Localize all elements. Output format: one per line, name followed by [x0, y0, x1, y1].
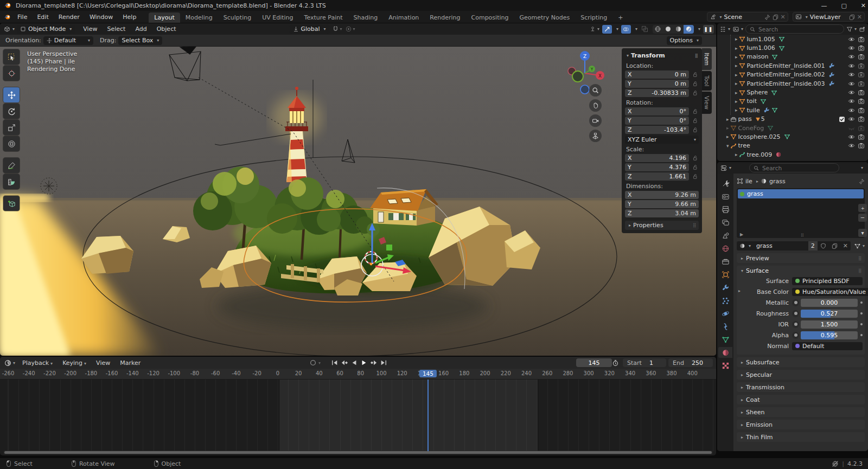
transform-orientation-dropdown[interactable]: Global▾: [290, 25, 329, 34]
render-camera-icon[interactable]: [858, 44, 865, 52]
panel-subsurface[interactable]: ▸Subsurface: [737, 357, 865, 367]
render-camera-icon[interactable]: [858, 142, 865, 149]
panel-specular[interactable]: ▸Specular: [737, 370, 865, 380]
timeline-ruler[interactable]: -260-240-220-200-180-160-140-120-100-80-…: [0, 369, 716, 380]
input-socket[interactable]: [792, 299, 799, 306]
value-field[interactable]: Y9.66 m: [625, 200, 699, 208]
object-name[interactable]: maison: [747, 53, 769, 60]
outliner-row-pass[interactable]: ▸pass5: [717, 115, 868, 124]
current-frame-field[interactable]: 145: [576, 358, 612, 367]
lock-icon[interactable]: [691, 127, 699, 133]
render-camera-icon[interactable]: [858, 89, 865, 96]
frame-start-field[interactable]: Start1: [623, 358, 666, 367]
workspace-tab-sculpting[interactable]: Sculpting: [218, 12, 257, 23]
value-slider[interactable]: 1.500: [801, 320, 858, 329]
lock-icon[interactable]: [691, 155, 699, 161]
object-name[interactable]: leaves: [747, 160, 767, 161]
properties-tab-world[interactable]: [718, 243, 732, 254]
timeline-editor-icon[interactable]: ▾: [4, 359, 15, 367]
object-name[interactable]: ConeFog: [738, 125, 764, 132]
expand-icon[interactable]: ▸: [733, 81, 738, 86]
properties-tab-material[interactable]: [718, 347, 732, 358]
options-dropdown[interactable]: Options▾: [667, 36, 702, 45]
render-camera-icon[interactable]: [858, 53, 865, 60]
object-name[interactable]: ParticleEmitter_Inside.001: [747, 62, 825, 69]
outliner-row-tree-009[interactable]: ▸tree.009: [717, 150, 868, 159]
visibility-eye-icon[interactable]: [848, 80, 855, 87]
workspace-tab-shading[interactable]: Shading: [348, 12, 384, 23]
outliner-row-toit[interactable]: ▸toit: [717, 97, 868, 106]
material-browse-button[interactable]: ▾: [737, 241, 754, 250]
lock-icon[interactable]: [691, 90, 699, 96]
panel-coat[interactable]: ▸Coat: [737, 395, 865, 404]
outliner-display-mode-icon[interactable]: ▾: [719, 26, 730, 33]
properties-subpanel[interactable]: ▸Properties⣿: [625, 221, 699, 230]
gizmo-plane-handle-y[interactable]: [386, 245, 392, 250]
frame-end-field[interactable]: End250: [668, 358, 713, 367]
viewport-menu-add[interactable]: Add: [130, 24, 151, 34]
outliner-row-lum1-006[interactable]: ▸lum1.006: [717, 43, 868, 52]
properties-editor-icon[interactable]: ▾: [720, 165, 731, 171]
properties-tab-view-layer[interactable]: [718, 217, 732, 228]
value-field[interactable]: Y0 m: [625, 80, 689, 88]
outliner-row-sphere[interactable]: ▸Sphere: [717, 88, 868, 97]
slot-list-grip[interactable]: ⠿: [801, 233, 805, 238]
value-field[interactable]: Z-103.4°: [625, 126, 689, 134]
visibility-eye-icon[interactable]: [848, 133, 855, 140]
panel-preview[interactable]: ▸Preview ⣿: [737, 253, 865, 263]
properties-tab-scene[interactable]: [718, 230, 732, 241]
remove-slot-button[interactable]: −: [858, 214, 867, 222]
n-panel-tab-item[interactable]: Item: [702, 48, 712, 70]
node-value-field[interactable]: Hue/Saturation/Value: [792, 288, 868, 296]
animate-dot[interactable]: [860, 334, 863, 336]
panel-emission[interactable]: ▸Emission: [737, 420, 865, 429]
play-forward-button[interactable]: [359, 358, 368, 367]
input-socket[interactable]: [792, 310, 799, 317]
n-panel-tab-view[interactable]: View: [702, 92, 712, 114]
expand-icon[interactable]: ▸: [733, 152, 738, 157]
workspace-tab-uv-editing[interactable]: UV Editing: [257, 12, 298, 23]
mode-dropdown[interactable]: Object Mode▾: [17, 25, 75, 34]
outliner-row-icosphere-025[interactable]: ▸Icosphere.025: [717, 132, 868, 141]
play-reverse-button[interactable]: [349, 358, 359, 367]
expand-icon[interactable]: ▸: [725, 125, 729, 131]
properties-tab-modifiers[interactable]: [718, 282, 732, 293]
copy-icon[interactable]: [849, 14, 855, 20]
jump-next-keyframe-button[interactable]: [369, 358, 378, 367]
navigation-gizmo[interactable]: Z X Y: [563, 48, 612, 97]
expand-icon[interactable]: ▸: [733, 46, 738, 51]
visibility-eye-icon[interactable]: [848, 142, 855, 149]
object-name[interactable]: tree.009: [747, 151, 773, 158]
timeline-menu-view[interactable]: View: [91, 358, 115, 368]
expand-icon[interactable]: ▸: [733, 36, 738, 42]
tool-rotate-button[interactable]: [3, 104, 20, 119]
render-camera-icon[interactable]: [858, 107, 865, 114]
value-field[interactable]: X9.26 m: [625, 191, 699, 199]
object-name[interactable]: toit: [747, 98, 757, 105]
jump-prev-keyframe-button[interactable]: [340, 358, 349, 367]
slot-specials-button[interactable]: ▾: [858, 229, 867, 237]
visibility-eye-closed-icon[interactable]: [848, 125, 855, 132]
tool-annotate-button[interactable]: [3, 158, 20, 173]
pan-hand-button[interactable]: [589, 99, 602, 112]
scene-selector[interactable]: ▾ Scene ✕: [707, 12, 788, 22]
outliner-row-particleemitter-inside-002[interactable]: ▸ParticleEmitter_Inside.002: [717, 70, 868, 79]
slot-specials-arrow[interactable]: ▶: [740, 232, 743, 237]
lock-icon[interactable]: [691, 108, 699, 114]
timeline-menu-playback[interactable]: Playback▾: [17, 358, 58, 368]
outliner-search-input[interactable]: [757, 25, 840, 33]
input-socket[interactable]: [792, 321, 799, 328]
value-field[interactable]: Z3.04 m: [625, 209, 699, 217]
shading-solid-button[interactable]: [663, 25, 673, 34]
zoom-button[interactable]: [589, 84, 602, 97]
value-field[interactable]: Y0°: [625, 117, 689, 125]
render-camera-icon[interactable]: [858, 115, 865, 123]
current-frame-indicator[interactable]: 145: [419, 370, 437, 377]
shading-wireframe-button[interactable]: [653, 25, 663, 34]
render-camera-icon[interactable]: [858, 133, 865, 140]
playhead-line[interactable]: [427, 380, 429, 451]
object-name[interactable]: ParticleEmitter_Inside.002: [747, 71, 825, 78]
object-name[interactable]: tree: [738, 142, 750, 149]
visibility-eye-icon[interactable]: [848, 36, 855, 43]
workspace-tab-modeling[interactable]: Modeling: [180, 12, 218, 23]
